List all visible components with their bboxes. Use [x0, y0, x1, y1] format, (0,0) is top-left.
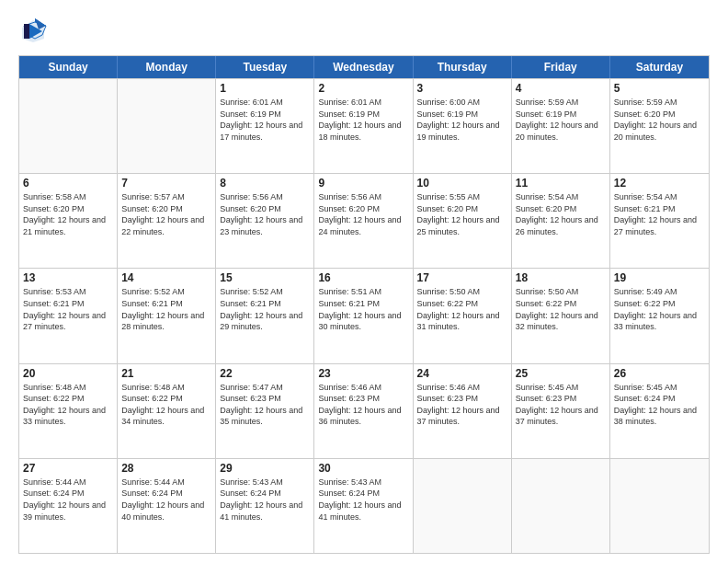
day-cell-6: 6Sunrise: 5:58 AM Sunset: 6:20 PM Daylig…	[19, 174, 118, 268]
day-cell-8: 8Sunrise: 5:56 AM Sunset: 6:20 PM Daylig…	[216, 174, 314, 268]
header-day-tuesday: Tuesday	[216, 56, 314, 78]
day-cell-4: 4Sunrise: 5:59 AM Sunset: 6:19 PM Daylig…	[512, 79, 610, 173]
day-number: 21	[121, 367, 211, 380]
day-cell-23: 23Sunrise: 5:46 AM Sunset: 6:23 PM Dayli…	[314, 364, 413, 458]
day-info: Sunrise: 5:52 AM Sunset: 6:21 PM Dayligh…	[220, 286, 310, 332]
day-number: 8	[220, 177, 310, 190]
logo-icon	[18, 17, 48, 46]
day-info: Sunrise: 5:54 AM Sunset: 6:21 PM Dayligh…	[614, 191, 705, 237]
day-info: Sunrise: 5:43 AM Sunset: 6:24 PM Dayligh…	[220, 477, 310, 523]
day-info: Sunrise: 6:01 AM Sunset: 6:19 PM Dayligh…	[318, 97, 408, 143]
day-info: Sunrise: 5:50 AM Sunset: 6:22 PM Dayligh…	[516, 286, 606, 332]
day-number: 30	[318, 462, 408, 475]
svg-rect-4	[24, 24, 29, 39]
day-number: 6	[23, 177, 113, 190]
week-row-2: 6Sunrise: 5:58 AM Sunset: 6:20 PM Daylig…	[19, 173, 709, 268]
day-number: 19	[614, 271, 705, 284]
week-row-1: 1Sunrise: 6:01 AM Sunset: 6:19 PM Daylig…	[19, 78, 709, 173]
day-cell-16: 16Sunrise: 5:51 AM Sunset: 6:21 PM Dayli…	[314, 269, 413, 362]
day-number: 15	[220, 271, 310, 284]
empty-cell	[19, 79, 118, 173]
day-number: 26	[614, 367, 705, 380]
day-cell-21: 21Sunrise: 5:48 AM Sunset: 6:22 PM Dayli…	[118, 364, 216, 458]
day-number: 7	[121, 177, 211, 190]
header-day-monday: Monday	[118, 56, 216, 78]
day-cell-17: 17Sunrise: 5:50 AM Sunset: 6:22 PM Dayli…	[414, 269, 512, 362]
day-info: Sunrise: 5:51 AM Sunset: 6:21 PM Dayligh…	[318, 286, 408, 332]
day-cell-5: 5Sunrise: 5:59 AM Sunset: 6:20 PM Daylig…	[610, 79, 709, 173]
day-number: 29	[220, 462, 310, 475]
logo	[18, 17, 51, 46]
day-info: Sunrise: 5:56 AM Sunset: 6:20 PM Dayligh…	[220, 191, 310, 237]
empty-cell	[610, 459, 709, 553]
day-info: Sunrise: 5:58 AM Sunset: 6:20 PM Dayligh…	[23, 191, 113, 237]
day-cell-7: 7Sunrise: 5:57 AM Sunset: 6:20 PM Daylig…	[118, 174, 216, 268]
day-info: Sunrise: 5:44 AM Sunset: 6:24 PM Dayligh…	[121, 477, 211, 523]
day-number: 16	[318, 271, 408, 284]
day-cell-26: 26Sunrise: 5:45 AM Sunset: 6:24 PM Dayli…	[610, 364, 709, 458]
day-cell-20: 20Sunrise: 5:48 AM Sunset: 6:22 PM Dayli…	[19, 364, 118, 458]
day-info: Sunrise: 5:44 AM Sunset: 6:24 PM Dayligh…	[23, 477, 113, 523]
day-info: Sunrise: 5:59 AM Sunset: 6:19 PM Dayligh…	[516, 97, 606, 143]
day-info: Sunrise: 5:48 AM Sunset: 6:22 PM Dayligh…	[121, 382, 211, 428]
calendar: SundayMondayTuesdayWednesdayThursdayFrid…	[18, 55, 710, 554]
day-info: Sunrise: 5:52 AM Sunset: 6:21 PM Dayligh…	[121, 286, 211, 332]
header-day-wednesday: Wednesday	[314, 56, 413, 78]
week-row-4: 20Sunrise: 5:48 AM Sunset: 6:22 PM Dayli…	[19, 363, 709, 458]
day-cell-9: 9Sunrise: 5:56 AM Sunset: 6:20 PM Daylig…	[314, 174, 413, 268]
week-row-3: 13Sunrise: 5:53 AM Sunset: 6:21 PM Dayli…	[19, 268, 709, 362]
day-info: Sunrise: 6:00 AM Sunset: 6:19 PM Dayligh…	[417, 97, 507, 143]
day-cell-1: 1Sunrise: 6:01 AM Sunset: 6:19 PM Daylig…	[216, 79, 314, 173]
day-cell-24: 24Sunrise: 5:46 AM Sunset: 6:23 PM Dayli…	[414, 364, 512, 458]
day-info: Sunrise: 5:49 AM Sunset: 6:22 PM Dayligh…	[614, 286, 705, 332]
day-number: 27	[23, 462, 113, 475]
day-number: 5	[614, 82, 705, 95]
day-info: Sunrise: 5:48 AM Sunset: 6:22 PM Dayligh…	[23, 382, 113, 428]
day-cell-18: 18Sunrise: 5:50 AM Sunset: 6:22 PM Dayli…	[512, 269, 610, 362]
day-number: 10	[417, 177, 507, 190]
header-day-friday: Friday	[512, 56, 610, 78]
day-info: Sunrise: 5:57 AM Sunset: 6:20 PM Dayligh…	[121, 191, 211, 237]
calendar-body: 1Sunrise: 6:01 AM Sunset: 6:19 PM Daylig…	[19, 78, 709, 553]
day-number: 12	[614, 177, 705, 190]
day-number: 25	[516, 367, 606, 380]
day-info: Sunrise: 5:54 AM Sunset: 6:20 PM Dayligh…	[516, 191, 606, 237]
day-number: 24	[417, 367, 507, 380]
day-number: 9	[318, 177, 408, 190]
day-info: Sunrise: 5:59 AM Sunset: 6:20 PM Dayligh…	[614, 97, 705, 143]
calendar-header: SundayMondayTuesdayWednesdayThursdayFrid…	[19, 56, 709, 78]
day-info: Sunrise: 5:53 AM Sunset: 6:21 PM Dayligh…	[23, 286, 113, 332]
header-day-saturday: Saturday	[610, 56, 709, 78]
header-day-thursday: Thursday	[414, 56, 512, 78]
day-info: Sunrise: 5:47 AM Sunset: 6:23 PM Dayligh…	[220, 382, 310, 428]
day-info: Sunrise: 5:43 AM Sunset: 6:24 PM Dayligh…	[318, 477, 408, 523]
day-cell-28: 28Sunrise: 5:44 AM Sunset: 6:24 PM Dayli…	[118, 459, 216, 553]
day-cell-25: 25Sunrise: 5:45 AM Sunset: 6:23 PM Dayli…	[512, 364, 610, 458]
day-cell-2: 2Sunrise: 6:01 AM Sunset: 6:19 PM Daylig…	[314, 79, 413, 173]
day-cell-19: 19Sunrise: 5:49 AM Sunset: 6:22 PM Dayli…	[610, 269, 709, 362]
empty-cell	[414, 459, 512, 553]
day-info: Sunrise: 5:50 AM Sunset: 6:22 PM Dayligh…	[417, 286, 507, 332]
day-number: 23	[318, 367, 408, 380]
day-number: 2	[318, 82, 408, 95]
day-cell-14: 14Sunrise: 5:52 AM Sunset: 6:21 PM Dayli…	[118, 269, 216, 362]
day-cell-29: 29Sunrise: 5:43 AM Sunset: 6:24 PM Dayli…	[216, 459, 314, 553]
day-cell-10: 10Sunrise: 5:55 AM Sunset: 6:20 PM Dayli…	[414, 174, 512, 268]
day-number: 14	[121, 271, 211, 284]
day-number: 18	[516, 271, 606, 284]
day-cell-3: 3Sunrise: 6:00 AM Sunset: 6:19 PM Daylig…	[414, 79, 512, 173]
day-info: Sunrise: 5:55 AM Sunset: 6:20 PM Dayligh…	[417, 191, 507, 237]
day-number: 11	[516, 177, 606, 190]
day-info: Sunrise: 5:46 AM Sunset: 6:23 PM Dayligh…	[318, 382, 408, 428]
day-number: 22	[220, 367, 310, 380]
day-number: 4	[516, 82, 606, 95]
week-row-5: 27Sunrise: 5:44 AM Sunset: 6:24 PM Dayli…	[19, 458, 709, 553]
day-info: Sunrise: 6:01 AM Sunset: 6:19 PM Dayligh…	[220, 97, 310, 143]
day-cell-11: 11Sunrise: 5:54 AM Sunset: 6:20 PM Dayli…	[512, 174, 610, 268]
day-info: Sunrise: 5:45 AM Sunset: 6:23 PM Dayligh…	[516, 382, 606, 428]
day-cell-22: 22Sunrise: 5:47 AM Sunset: 6:23 PM Dayli…	[216, 364, 314, 458]
day-number: 20	[23, 367, 113, 380]
page: SundayMondayTuesdayWednesdayThursdayFrid…	[0, 0, 728, 563]
empty-cell	[118, 79, 216, 173]
day-cell-13: 13Sunrise: 5:53 AM Sunset: 6:21 PM Dayli…	[19, 269, 118, 362]
